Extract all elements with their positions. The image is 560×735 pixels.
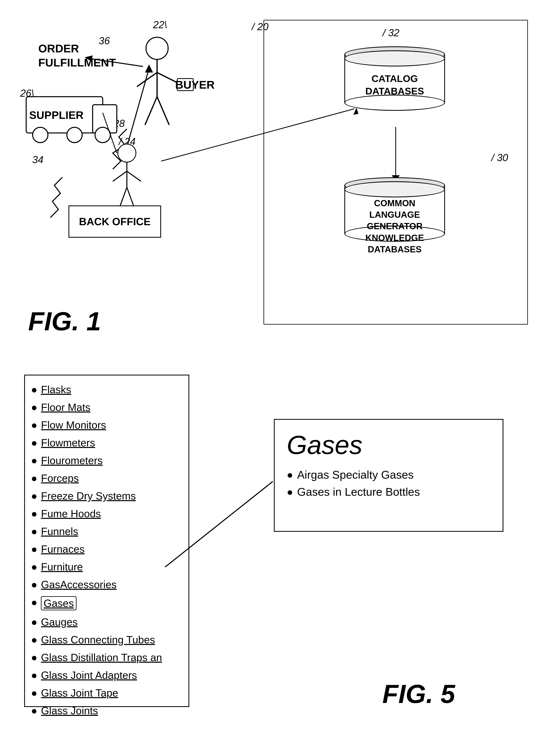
list-link-flowmeters[interactable]: Flowmeters <box>41 437 95 449</box>
list-item: ● Fume Hoods <box>31 508 182 520</box>
gases-list-airgas: ● Airgas Specialty Gases <box>287 468 491 481</box>
fig1-svg: / 20 / 32 / 30 22\ 36 /28 26\ 34 / 24 OR… <box>12 12 536 344</box>
list-link-gases[interactable]: Gases <box>41 596 76 610</box>
list-item: ● Furnaces <box>31 543 182 555</box>
list-link-freeze-dry[interactable]: Freeze Dry Systems <box>41 490 136 502</box>
back-office-label: BACK OFFICE <box>79 216 150 228</box>
catalog-db-label: CATALOG DATABASES <box>356 73 433 98</box>
list-item: ● Glass Distillation Traps an <box>31 651 182 663</box>
list-item: ● Forceps <box>31 472 182 484</box>
list-link-furnaces[interactable]: Furnaces <box>41 543 85 555</box>
svg-text:/ 20: / 20 <box>251 21 269 32</box>
fig5-label: FIG. 5 <box>382 679 455 709</box>
svg-line-19 <box>161 109 354 161</box>
list-item: ● Glass Joint Tape <box>31 687 182 699</box>
svg-point-25 <box>33 127 48 143</box>
common-lang-db-label: COMMON LANGUAGE GENERATOR KNOWLEDGE DATA… <box>356 197 433 255</box>
catalog-db-node: CATALOG DATABASES <box>344 46 445 111</box>
svg-line-40 <box>113 171 127 181</box>
list-item: ● Flowmeters <box>31 437 182 449</box>
svg-text:/ 30: / 30 <box>491 152 508 163</box>
list-item: ● Gases <box>31 596 182 610</box>
gases-list-lecture: ● Gases in Lecture Bottles <box>287 485 491 498</box>
back-office-node: BACK OFFICE <box>68 205 161 238</box>
svg-point-26 <box>67 127 82 143</box>
list-link-glass-connecting-tubes[interactable]: Glass Connecting Tubes <box>41 634 155 646</box>
svg-line-33 <box>157 73 177 83</box>
list-item: ● Flourometers <box>31 454 182 467</box>
svg-point-27 <box>95 127 110 143</box>
svg-text:/ 32: / 32 <box>382 27 400 38</box>
svg-text:36: 36 <box>99 35 110 47</box>
list-item: ● Glass Joints <box>31 705 182 717</box>
svg-text:22\: 22\ <box>153 19 167 30</box>
list-link-glass-joints[interactable]: Glass Joints <box>41 705 98 717</box>
list-link-fume-hoods[interactable]: Fume Hoods <box>41 508 101 520</box>
svg-line-41 <box>127 171 141 181</box>
svg-line-35 <box>145 97 157 125</box>
list-link-funnels[interactable]: Funnels <box>41 525 78 537</box>
list-item: ● Freeze Dry Systems <box>31 490 182 502</box>
list-link-glass-distillation[interactable]: Glass Distillation Traps an <box>41 651 162 663</box>
list-link-gas-accessories[interactable]: GasAccessories <box>41 578 117 591</box>
list-item: ● Flasks <box>31 384 182 396</box>
svg-text:ORDER: ORDER <box>38 42 79 55</box>
svg-text:FULFILLMENT: FULFILLMENT <box>38 56 116 69</box>
list-item: ● Floor Mats <box>31 401 182 413</box>
gases-airgas-label: Airgas Specialty Gases <box>297 468 414 481</box>
gases-box: Gases ● Airgas Specialty Gases ● Gases i… <box>274 419 503 532</box>
svg-point-38 <box>118 144 136 162</box>
list-link-floor-mats[interactable]: Floor Mats <box>41 401 90 413</box>
list-item: ● Glass Connecting Tubes <box>31 634 182 646</box>
list-link-flow-monitors[interactable]: Flow Monitors <box>41 419 106 431</box>
list-link-flourometers[interactable]: Flourometers <box>41 454 102 467</box>
common-lang-db-node: COMMON LANGUAGE GENERATOR KNOWLEDGE DATA… <box>344 177 445 242</box>
fig1-label: FIG. 1 <box>28 306 101 336</box>
svg-text:BUYER: BUYER <box>175 78 215 91</box>
list-link-flasks[interactable]: Flasks <box>41 384 71 396</box>
fig5-diagram: ● Flasks ● Floor Mats ● Flow Monitors ● … <box>12 363 536 725</box>
list-item: ● Glass Joint Adapters <box>31 669 182 681</box>
list-link-glass-joint-tape[interactable]: Glass Joint Tape <box>41 687 118 699</box>
list-item: ● Funnels <box>31 525 182 537</box>
fig5-list-box: ● Flasks ● Floor Mats ● Flow Monitors ● … <box>24 375 189 707</box>
list-link-furniture[interactable]: Furniture <box>41 561 83 573</box>
list-item: ● Furniture <box>31 561 182 573</box>
svg-point-30 <box>146 37 168 59</box>
fig1-diagram: / 20 / 32 / 30 22\ 36 /28 26\ 34 / 24 OR… <box>12 12 536 344</box>
svg-line-36 <box>157 97 169 125</box>
svg-text:34: 34 <box>32 154 43 165</box>
list-item: ● Gauges <box>31 616 182 628</box>
list-item: ● GasAccessories <box>31 578 182 591</box>
gases-lecture-label: Gases in Lecture Bottles <box>297 485 420 498</box>
gases-title: Gases <box>287 430 491 460</box>
svg-text:SUPPLIER: SUPPLIER <box>29 109 84 121</box>
list-link-forceps[interactable]: Forceps <box>41 472 79 484</box>
list-item: ● Flow Monitors <box>31 419 182 431</box>
svg-marker-16 <box>145 64 153 73</box>
list-link-glass-joint-adapters[interactable]: Glass Joint Adapters <box>41 669 137 681</box>
list-link-gauges[interactable]: Gauges <box>41 616 78 628</box>
